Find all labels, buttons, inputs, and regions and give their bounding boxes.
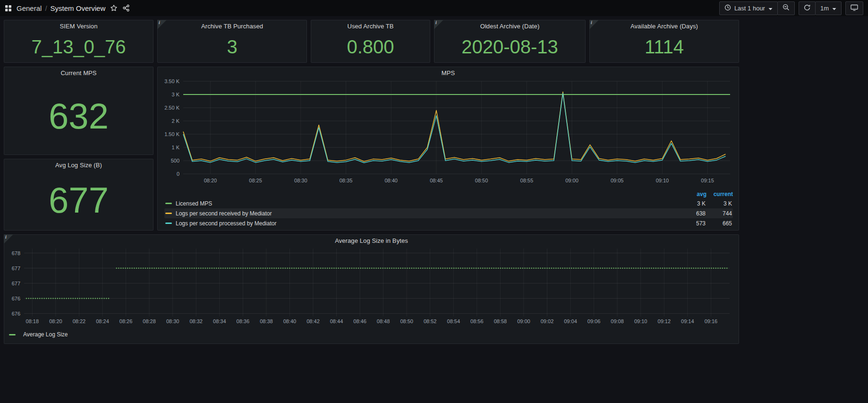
panel-title: Available Archive (Days) [590,20,739,31]
svg-text:09:06: 09:06 [587,318,601,324]
svg-text:08:25: 08:25 [249,178,262,183]
svg-text:09:00: 09:00 [517,318,530,324]
svg-text:08:20: 08:20 [49,318,62,324]
panel-title: Oldest Archive (Date) [434,20,585,31]
svg-text:08:26: 08:26 [119,318,133,324]
svg-text:09:05: 09:05 [611,178,624,183]
time-range-picker[interactable]: Last 1 hour [719,1,778,15]
series-label[interactable]: Average Log Size [23,331,68,338]
series-color-marker[interactable] [165,213,172,214]
svg-text:09:04: 09:04 [564,318,577,324]
svg-text:3.50 K: 3.50 K [164,78,179,84]
stat-value: 632 [49,98,109,134]
series-label[interactable]: Logs per second processed by Mediator [176,220,679,227]
legend-row-processed: Logs per second processed by Mediator 57… [164,218,733,228]
svg-text:08:22: 08:22 [73,318,86,324]
share-icon[interactable] [122,4,130,12]
panel-title: Average Log Size in Bytes [4,235,739,246]
stat-row: SIEM Version 7_13_0_76 Archive TB Purcha… [4,20,739,63]
stat-panel-siem-version: SIEM Version 7_13_0_76 [4,20,153,63]
refresh-interval-dropdown[interactable]: 1m [815,1,842,15]
stat-panel-archive-tb-purchased: Archive TB Purchased 3 [157,20,307,63]
stat-panel-oldest-archive-date: Oldest Archive (Date) 2020-08-13 [434,20,586,63]
time-range-label: Last 1 hour [734,5,765,12]
svg-text:08:24: 08:24 [96,318,109,324]
svg-text:08:40: 08:40 [384,178,398,183]
left-stat-column: Current MPS 632 Avg Log Size (B) 677 [4,67,153,231]
series-color-marker[interactable] [165,203,172,204]
svg-text:09:00: 09:00 [565,178,579,183]
series-avg-value: 573 [679,220,706,227]
svg-text:08:38: 08:38 [260,318,273,324]
svg-text:2.50 K: 2.50 K [164,105,179,111]
svg-text:3 K: 3 K [171,92,179,97]
dashboards-grid-icon[interactable] [5,5,12,12]
svg-text:08:18: 08:18 [26,318,39,324]
kiosk-mode-button[interactable] [845,1,863,15]
series-label[interactable]: Licensed MPS [176,200,679,207]
series-color-marker[interactable] [165,223,172,224]
legend-col-current[interactable]: current [706,191,733,197]
panel-info-icon[interactable] [157,20,167,29]
stat-value: 3 [227,37,237,56]
svg-text:08:46: 08:46 [353,318,366,324]
svg-text:09:08: 09:08 [611,318,624,324]
legend-row-licensed-mps: Licensed MPS 3 K 3 K [164,198,733,208]
svg-text:500: 500 [171,158,179,163]
mps-chart[interactable]: 08:2008:2508:3008:3508:4008:4508:5008:55… [162,77,735,189]
svg-text:0: 0 [177,171,179,177]
svg-text:08:56: 08:56 [470,318,484,324]
legend-col-avg[interactable]: avg [680,191,706,197]
refresh-button[interactable] [799,1,816,15]
svg-text:677: 677 [12,266,20,271]
zoom-out-icon [783,4,790,12]
svg-text:08:45: 08:45 [430,178,443,183]
panel-title: Current MPS [4,67,153,78]
svg-text:08:52: 08:52 [424,318,437,324]
caret-down-icon [768,5,773,12]
avg-log-size-legend: Average Log Size [9,330,739,339]
svg-text:08:42: 08:42 [306,318,320,324]
panel-info-icon[interactable] [4,234,13,244]
stat-value: 2020-08-13 [461,37,558,56]
svg-text:08:48: 08:48 [377,318,390,324]
series-current-value: 744 [706,210,732,217]
svg-text:09:15: 09:15 [701,178,714,183]
svg-text:08:55: 08:55 [520,178,534,183]
monitor-icon [851,4,858,12]
avg-log-size-chart[interactable]: 08:1808:2008:2208:2408:2608:2808:3008:32… [8,246,735,330]
series-label[interactable]: Logs per second received by Mediator [176,210,679,217]
panel-info-icon[interactable] [434,20,443,29]
avg-log-size-chart-panel: Average Log Size in Bytes 08:1808:2008:2… [4,234,739,344]
stat-value: 0.800 [347,37,394,56]
svg-text:09:16: 09:16 [705,318,718,324]
stat-panel-used-archive-tb: Used Archive TB 0.800 [311,20,430,63]
stat-value: 7_13_0_76 [31,37,126,56]
dashboard: SIEM Version 7_13_0_76 Archive TB Purcha… [0,16,743,348]
series-avg-value: 3 K [679,200,706,207]
svg-text:1 K: 1 K [171,145,179,150]
series-color-marker[interactable] [9,334,16,335]
stat-panel-available-archive-days: Available Archive (Days) 1114 [589,20,739,63]
zoom-out-button[interactable] [777,1,795,15]
svg-text:08:30: 08:30 [166,318,179,324]
svg-text:09:02: 09:02 [541,318,554,324]
panel-title: SIEM Version [4,20,153,31]
svg-text:08:34: 08:34 [213,318,226,324]
svg-text:09:10: 09:10 [656,178,669,183]
breadcrumb-separator: / [45,4,47,12]
svg-text:676: 676 [12,311,20,317]
star-icon[interactable] [110,4,118,12]
svg-text:08:20: 08:20 [204,178,217,183]
panel-info-icon[interactable] [589,20,599,29]
series-avg-value: 638 [679,210,706,217]
svg-text:678: 678 [12,250,20,256]
stat-value: 677 [49,182,109,218]
svg-text:08:32: 08:32 [189,318,203,324]
breadcrumb-folder[interactable]: General [17,4,42,12]
svg-text:08:35: 08:35 [340,178,353,183]
svg-text:08:28: 08:28 [143,318,156,324]
svg-text:677: 677 [12,281,20,286]
stat-panel-current-mps: Current MPS 632 [4,67,153,155]
svg-text:08:50: 08:50 [475,178,488,183]
